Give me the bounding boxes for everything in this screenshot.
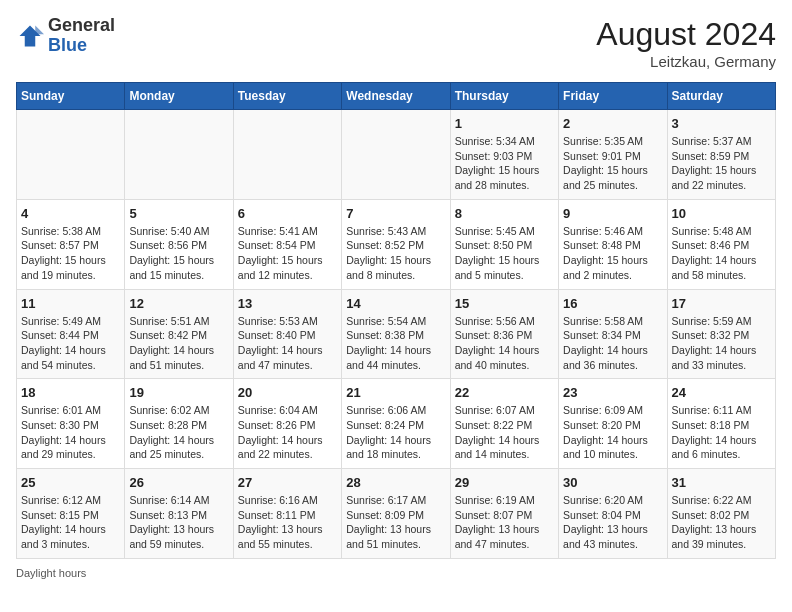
day-info: Sunrise: 6:02 AM Sunset: 8:28 PM Dayligh… [129,403,228,462]
day-number: 25 [21,475,120,490]
day-header-tuesday: Tuesday [233,83,341,110]
day-info: Sunrise: 5:35 AM Sunset: 9:01 PM Dayligh… [563,134,662,193]
day-info: Sunrise: 6:04 AM Sunset: 8:26 PM Dayligh… [238,403,337,462]
day-header-sunday: Sunday [17,83,125,110]
day-info: Sunrise: 5:37 AM Sunset: 8:59 PM Dayligh… [672,134,771,193]
day-cell: 25Sunrise: 6:12 AM Sunset: 8:15 PM Dayli… [17,469,125,559]
day-info: Sunrise: 5:59 AM Sunset: 8:32 PM Dayligh… [672,314,771,373]
day-cell: 27Sunrise: 6:16 AM Sunset: 8:11 PM Dayli… [233,469,341,559]
daylight-note: Daylight hours [16,567,776,579]
day-header-thursday: Thursday [450,83,558,110]
day-header-wednesday: Wednesday [342,83,450,110]
day-cell [233,110,341,200]
day-number: 18 [21,385,120,400]
day-cell: 12Sunrise: 5:51 AM Sunset: 8:42 PM Dayli… [125,289,233,379]
day-cell: 20Sunrise: 6:04 AM Sunset: 8:26 PM Dayli… [233,379,341,469]
day-info: Sunrise: 6:20 AM Sunset: 8:04 PM Dayligh… [563,493,662,552]
day-info: Sunrise: 5:53 AM Sunset: 8:40 PM Dayligh… [238,314,337,373]
day-number: 14 [346,296,445,311]
week-row-3: 11Sunrise: 5:49 AM Sunset: 8:44 PM Dayli… [17,289,776,379]
day-cell: 28Sunrise: 6:17 AM Sunset: 8:09 PM Dayli… [342,469,450,559]
svg-marker-1 [35,25,44,34]
day-info: Sunrise: 5:51 AM Sunset: 8:42 PM Dayligh… [129,314,228,373]
day-number: 29 [455,475,554,490]
day-cell: 6Sunrise: 5:41 AM Sunset: 8:54 PM Daylig… [233,199,341,289]
header-row: SundayMondayTuesdayWednesdayThursdayFrid… [17,83,776,110]
logo-icon [16,22,44,50]
month-year: August 2024 [596,16,776,53]
day-header-friday: Friday [559,83,667,110]
day-number: 20 [238,385,337,400]
day-cell: 14Sunrise: 5:54 AM Sunset: 8:38 PM Dayli… [342,289,450,379]
day-cell [17,110,125,200]
week-row-1: 1Sunrise: 5:34 AM Sunset: 9:03 PM Daylig… [17,110,776,200]
day-info: Sunrise: 5:43 AM Sunset: 8:52 PM Dayligh… [346,224,445,283]
day-number: 7 [346,206,445,221]
day-info: Sunrise: 5:45 AM Sunset: 8:50 PM Dayligh… [455,224,554,283]
day-number: 3 [672,116,771,131]
day-info: Sunrise: 5:54 AM Sunset: 8:38 PM Dayligh… [346,314,445,373]
day-info: Sunrise: 6:22 AM Sunset: 8:02 PM Dayligh… [672,493,771,552]
day-number: 1 [455,116,554,131]
day-number: 10 [672,206,771,221]
day-header-monday: Monday [125,83,233,110]
logo: General Blue [16,16,115,56]
day-number: 8 [455,206,554,221]
day-cell: 7Sunrise: 5:43 AM Sunset: 8:52 PM Daylig… [342,199,450,289]
day-info: Sunrise: 6:16 AM Sunset: 8:11 PM Dayligh… [238,493,337,552]
day-cell: 24Sunrise: 6:11 AM Sunset: 8:18 PM Dayli… [667,379,775,469]
day-info: Sunrise: 6:01 AM Sunset: 8:30 PM Dayligh… [21,403,120,462]
day-cell: 17Sunrise: 5:59 AM Sunset: 8:32 PM Dayli… [667,289,775,379]
day-number: 13 [238,296,337,311]
day-cell: 15Sunrise: 5:56 AM Sunset: 8:36 PM Dayli… [450,289,558,379]
day-cell: 8Sunrise: 5:45 AM Sunset: 8:50 PM Daylig… [450,199,558,289]
day-number: 2 [563,116,662,131]
day-cell: 16Sunrise: 5:58 AM Sunset: 8:34 PM Dayli… [559,289,667,379]
day-info: Sunrise: 5:58 AM Sunset: 8:34 PM Dayligh… [563,314,662,373]
day-info: Sunrise: 6:07 AM Sunset: 8:22 PM Dayligh… [455,403,554,462]
day-cell: 10Sunrise: 5:48 AM Sunset: 8:46 PM Dayli… [667,199,775,289]
day-cell: 23Sunrise: 6:09 AM Sunset: 8:20 PM Dayli… [559,379,667,469]
day-cell: 18Sunrise: 6:01 AM Sunset: 8:30 PM Dayli… [17,379,125,469]
day-info: Sunrise: 5:38 AM Sunset: 8:57 PM Dayligh… [21,224,120,283]
day-cell [342,110,450,200]
day-number: 15 [455,296,554,311]
day-number: 5 [129,206,228,221]
day-number: 12 [129,296,228,311]
day-cell: 1Sunrise: 5:34 AM Sunset: 9:03 PM Daylig… [450,110,558,200]
title-block: August 2024 Leitzkau, Germany [596,16,776,70]
week-row-5: 25Sunrise: 6:12 AM Sunset: 8:15 PM Dayli… [17,469,776,559]
day-info: Sunrise: 6:11 AM Sunset: 8:18 PM Dayligh… [672,403,771,462]
day-info: Sunrise: 5:34 AM Sunset: 9:03 PM Dayligh… [455,134,554,193]
day-cell: 2Sunrise: 5:35 AM Sunset: 9:01 PM Daylig… [559,110,667,200]
day-cell: 31Sunrise: 6:22 AM Sunset: 8:02 PM Dayli… [667,469,775,559]
day-number: 23 [563,385,662,400]
day-info: Sunrise: 5:49 AM Sunset: 8:44 PM Dayligh… [21,314,120,373]
day-info: Sunrise: 6:19 AM Sunset: 8:07 PM Dayligh… [455,493,554,552]
day-number: 26 [129,475,228,490]
day-cell: 21Sunrise: 6:06 AM Sunset: 8:24 PM Dayli… [342,379,450,469]
day-cell: 5Sunrise: 5:40 AM Sunset: 8:56 PM Daylig… [125,199,233,289]
day-number: 31 [672,475,771,490]
location: Leitzkau, Germany [596,53,776,70]
day-cell: 22Sunrise: 6:07 AM Sunset: 8:22 PM Dayli… [450,379,558,469]
page-header: General Blue August 2024 Leitzkau, Germa… [16,16,776,70]
day-number: 17 [672,296,771,311]
day-number: 4 [21,206,120,221]
day-header-saturday: Saturday [667,83,775,110]
week-row-4: 18Sunrise: 6:01 AM Sunset: 8:30 PM Dayli… [17,379,776,469]
day-cell: 13Sunrise: 5:53 AM Sunset: 8:40 PM Dayli… [233,289,341,379]
day-cell: 30Sunrise: 6:20 AM Sunset: 8:04 PM Dayli… [559,469,667,559]
day-number: 30 [563,475,662,490]
day-info: Sunrise: 5:56 AM Sunset: 8:36 PM Dayligh… [455,314,554,373]
day-number: 11 [21,296,120,311]
day-number: 19 [129,385,228,400]
day-cell: 26Sunrise: 6:14 AM Sunset: 8:13 PM Dayli… [125,469,233,559]
day-info: Sunrise: 5:41 AM Sunset: 8:54 PM Dayligh… [238,224,337,283]
day-number: 16 [563,296,662,311]
day-info: Sunrise: 6:09 AM Sunset: 8:20 PM Dayligh… [563,403,662,462]
day-info: Sunrise: 6:06 AM Sunset: 8:24 PM Dayligh… [346,403,445,462]
day-cell: 19Sunrise: 6:02 AM Sunset: 8:28 PM Dayli… [125,379,233,469]
day-number: 9 [563,206,662,221]
logo-text: General Blue [48,16,115,56]
